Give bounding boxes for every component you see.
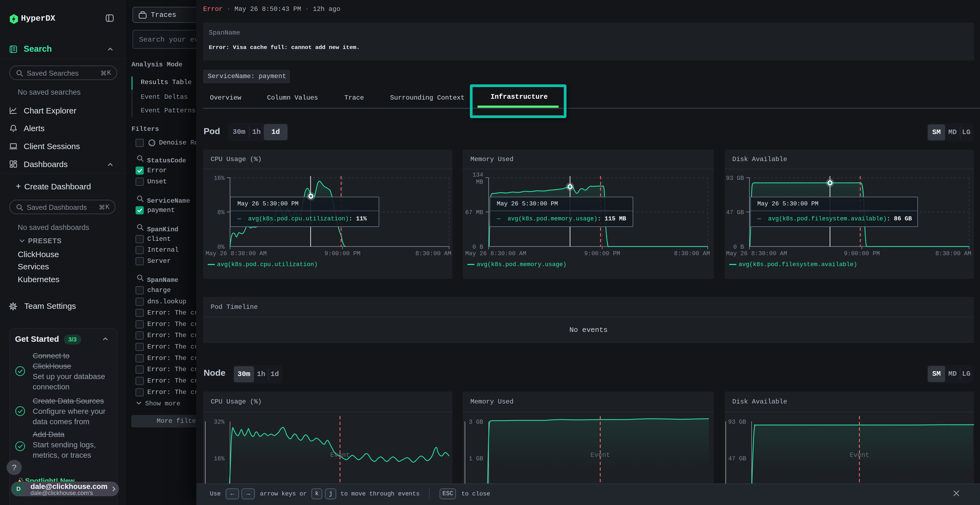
svg-text:9:00:00 PM: 9:00:00 PM [325,250,360,257]
svg-text:47 GB: 47 GB [728,456,746,462]
svg-text:67 MB: 67 MB [465,209,483,216]
svg-text:MB: MB [476,179,483,186]
svg-text:8:30:00 AM: 8:30:00 AM [935,250,971,257]
svg-text:9:00:00 PM: 9:00:00 PM [584,250,620,257]
svg-text:8:30:00 AM: 8:30:00 AM [415,250,451,257]
svg-text:0 B: 0 B [472,244,483,251]
svg-text:47 GB: 47 GB [726,209,744,216]
svg-text:8%: 8% [218,209,225,216]
svg-text:32%: 32% [214,419,224,426]
svg-text:May 26 8:30:00 AM: May 26 8:30:00 AM [726,250,787,257]
svg-text:May 26 8:30:00 AM: May 26 8:30:00 AM [205,250,267,257]
svg-text:Event: Event [330,451,350,459]
svg-text:9:00:00 PM: 9:00:00 PM [844,250,880,257]
svg-text:134: 134 [472,172,483,178]
svg-text:16%: 16% [214,456,224,462]
svg-text:93 GB: 93 GB [728,419,746,426]
svg-text:93 GB: 93 GB [726,175,744,182]
svg-text:8:30:00 AM: 8:30:00 AM [674,250,710,257]
svg-text:May 26 8:30:00 AM: May 26 8:30:00 AM [465,250,526,257]
svg-text:Event: Event [850,451,869,459]
svg-text:0 B: 0 B [733,244,744,251]
svg-text:1 GB: 1 GB [469,456,483,462]
svg-text:3 GB: 3 GB [469,419,483,426]
svg-text:0%: 0% [218,244,225,251]
svg-text:Event: Event [590,451,610,459]
svg-text:16%: 16% [214,175,224,182]
